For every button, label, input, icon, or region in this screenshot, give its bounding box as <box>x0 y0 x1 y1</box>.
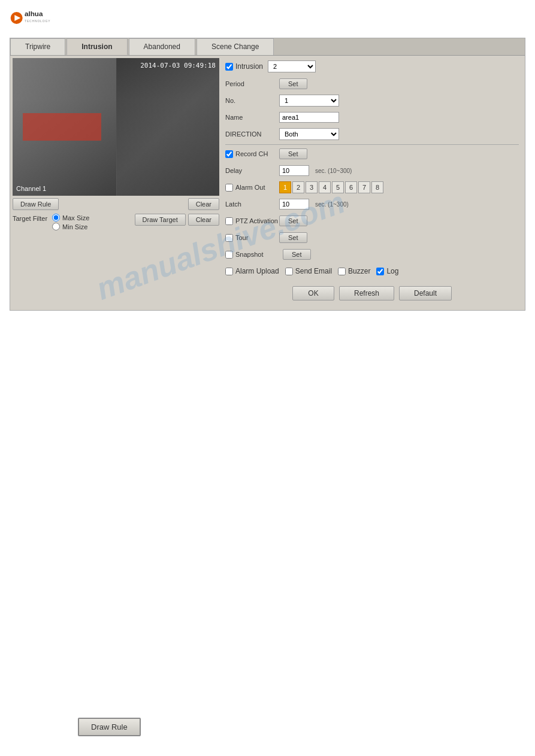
ptz-activation-row: PTZ Activation Set <box>225 214 519 227</box>
max-size-radio-input[interactable] <box>52 214 60 221</box>
name-value <box>279 112 519 123</box>
record-ch-set-button[interactable]: Set <box>279 148 307 159</box>
name-row: Name <box>225 111 519 124</box>
video-feed: 2014-07-03 09:49:18 Channel 1 <box>13 58 219 196</box>
delay-row: Delay sec. (10~300) <box>225 164 519 177</box>
tab-abandoned[interactable]: Abandoned <box>129 38 195 55</box>
alarm-btn-1[interactable]: 1 <box>279 181 291 193</box>
main-panel: Tripwire Intrusion Abandoned Scene Chang… <box>10 38 525 311</box>
min-size-radio[interactable]: Min Size <box>52 223 89 230</box>
tab-tripwire[interactable]: Tripwire <box>10 38 65 55</box>
send-email-label[interactable]: Send Email <box>285 267 332 275</box>
alarm-upload-text: Alarm Upload <box>235 267 279 275</box>
video-channel-label: Channel 1 <box>16 185 46 192</box>
tab-intrusion[interactable]: Intrusion <box>67 38 127 55</box>
snapshot-checkbox[interactable] <box>225 251 233 259</box>
send-email-checkbox[interactable] <box>285 268 293 275</box>
log-label[interactable]: Log <box>376 267 398 275</box>
alarm-upload-checkbox[interactable] <box>225 268 233 275</box>
alarm-btn-4[interactable]: 4 <box>319 181 331 193</box>
latch-label: Latch <box>225 201 279 208</box>
dahua-logo: alhua TECHNOLOGY <box>10 7 69 29</box>
alarm-btn-3[interactable]: 3 <box>306 181 318 193</box>
no-row: No. 1 2 3 4 <box>225 94 519 107</box>
intrusion-header: Intrusion 2 1 3 4 <box>225 60 519 72</box>
delay-hint: sec. (10~300) <box>315 168 352 174</box>
alarm-out-buttons: 1 2 3 4 5 6 7 8 <box>279 181 519 193</box>
video-controls-row: Draw Rule Clear <box>13 198 219 210</box>
tour-row: Tour Set <box>225 231 519 244</box>
alarm-out-checkbox[interactable] <box>225 184 233 192</box>
tour-checkbox[interactable] <box>225 234 233 242</box>
record-ch-label[interactable]: Record CH <box>225 150 279 158</box>
ptz-activation-text: PTZ Activation <box>235 217 278 224</box>
delay-value: sec. (10~300) <box>279 165 519 176</box>
alarm-btn-2[interactable]: 2 <box>292 181 304 193</box>
max-size-radio[interactable]: Max Size <box>52 214 89 221</box>
ok-button[interactable]: OK <box>292 286 334 300</box>
buzzer-text: Buzzer <box>348 267 370 275</box>
ptz-set-value: Set <box>279 215 519 226</box>
intrusion-checkbox-label[interactable]: Intrusion <box>225 62 263 71</box>
delay-input[interactable] <box>279 165 309 176</box>
buzzer-label[interactable]: Buzzer <box>338 267 370 275</box>
bottom-draw-rule-button[interactable]: Draw Rule <box>78 718 141 736</box>
alarm-btn-8[interactable]: 8 <box>371 181 383 193</box>
logo-area: alhua TECHNOLOGY <box>0 0 535 38</box>
record-ch-row: Record CH Set <box>225 147 519 160</box>
tab-scene-change[interactable]: Scene Change <box>197 38 274 55</box>
max-size-label: Max Size <box>62 214 89 221</box>
latch-hint: sec. (1~300) <box>315 201 349 208</box>
settings-section: Intrusion 2 1 3 4 Period Set <box>222 58 522 308</box>
period-set-button[interactable]: Set <box>279 78 307 89</box>
intrusion-checkbox[interactable] <box>225 63 233 71</box>
direction-row: DIRECTION Both Enter Leave <box>225 127 519 141</box>
record-ch-checkbox[interactable] <box>225 150 233 158</box>
svg-text:TECHNOLOGY: TECHNOLOGY <box>25 19 50 23</box>
buzzer-checkbox[interactable] <box>338 268 346 275</box>
direction-dropdown[interactable]: Both Enter Leave <box>279 128 339 140</box>
name-input[interactable] <box>279 112 339 123</box>
latch-value: sec. (1~300) <box>279 199 519 210</box>
snapshot-label[interactable]: Snapshot <box>225 251 279 259</box>
target-filter-buttons: Draw Target Clear <box>135 214 219 226</box>
snapshot-row: Snapshot Set <box>225 248 519 261</box>
latch-input[interactable] <box>279 199 309 210</box>
direction-label: DIRECTION <box>225 130 279 138</box>
period-value: Set <box>279 78 519 89</box>
alarm-upload-label[interactable]: Alarm Upload <box>225 267 279 275</box>
video-section: 2014-07-03 09:49:18 Channel 1 Draw Rule … <box>13 58 219 308</box>
tour-label[interactable]: Tour <box>225 234 279 242</box>
delay-label: Delay <box>225 167 279 174</box>
draw-target-button[interactable]: Draw Target <box>135 214 186 226</box>
tour-set-value: Set <box>279 232 519 243</box>
tour-set-button[interactable]: Set <box>279 232 307 243</box>
intrusion-dropdown[interactable]: 2 1 3 4 <box>268 60 316 72</box>
alarm-btn-5[interactable]: 5 <box>332 181 344 193</box>
intrusion-label: Intrusion <box>235 62 263 71</box>
refresh-button[interactable]: Refresh <box>339 286 394 300</box>
radio-group: Max Size Min Size <box>52 214 89 230</box>
alarm-btn-6[interactable]: 6 <box>345 181 357 193</box>
snapshot-text: Snapshot <box>235 251 263 258</box>
latch-row: Latch sec. (1~300) <box>225 198 519 211</box>
video-timestamp: 2014-07-03 09:49:18 <box>140 62 216 69</box>
alarm-out-label[interactable]: Alarm Out <box>225 184 279 192</box>
no-dropdown[interactable]: 1 2 3 4 <box>279 95 339 107</box>
alarm-btn-7[interactable]: 7 <box>358 181 370 193</box>
draw-rule-button[interactable]: Draw Rule <box>13 198 59 210</box>
no-value: 1 2 3 4 <box>279 95 519 107</box>
min-size-radio-input[interactable] <box>52 223 60 230</box>
clear-target-button[interactable]: Clear <box>188 214 219 226</box>
snapshot-set-button[interactable]: Set <box>283 249 311 260</box>
send-email-text: Send Email <box>295 267 332 275</box>
svg-text:alhua: alhua <box>25 10 43 18</box>
target-filter-section: Target Filter Max Size Min Size Draw Tar… <box>13 214 219 230</box>
target-filter-label: Target Filter <box>13 215 47 222</box>
ptz-activation-checkbox[interactable] <box>225 217 233 225</box>
log-checkbox[interactable] <box>376 268 384 275</box>
ptz-activation-label[interactable]: PTZ Activation <box>225 217 279 225</box>
clear-button[interactable]: Clear <box>188 198 219 210</box>
default-button[interactable]: Default <box>399 286 452 300</box>
ptz-set-button[interactable]: Set <box>279 215 307 226</box>
